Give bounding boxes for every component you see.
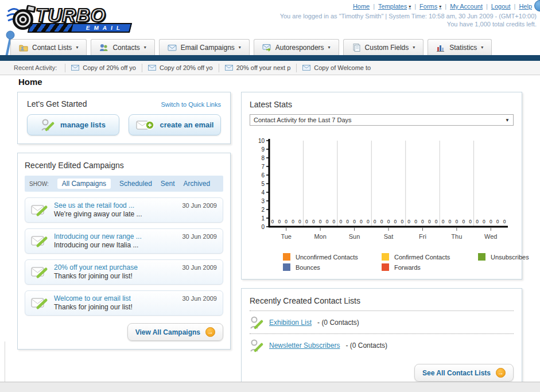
contact-list-item: Newsletter Subscribers - (0 Contacts) [250,334,514,356]
campaign-subtitle: Thanks for joining our list! [54,272,138,280]
svg-text:0: 0 [319,219,322,224]
chevron-down-icon: ▾ [439,4,441,9]
svg-text:0: 0 [360,219,363,224]
main-nav-tabbar: Contact Lists ▾ Contacts ▾ Email Campaig… [10,39,492,55]
recently-edited-campaigns-panel: Recently Edited Campaigns SHOW: All Camp… [17,153,231,350]
campaign-row[interactable]: Welcome to our email list Thanks for joi… [25,290,223,316]
svg-text:0: 0 [312,219,315,224]
chevron-down-icon: ▾ [481,45,483,50]
right-column: Latest Stats Contact Activity for the La… [241,92,522,392]
recent-activity-text: Copy of 20% off yo [83,64,136,71]
nav-help-link[interactable]: Help [519,3,532,10]
recent-activity-item[interactable]: 20% off your next p [219,64,297,72]
envelope-plus-icon [136,119,154,131]
legend-label: Unconfirmed Contacts [296,254,358,261]
contact-list-link[interactable]: Newsletter Subscribers [269,341,340,350]
chart-canvas: 01234567891000000Tue00000Mon00000Sun0000… [250,135,512,249]
chevron-down-icon: ▾ [409,4,411,9]
tab-contacts[interactable]: Contacts ▾ [91,39,154,55]
turbo-email-logo[interactable]: TURBO EMAIL [6,3,143,36]
campaign-title-link[interactable]: Welcome to our email list [54,294,133,302]
switch-to-quick-links[interactable]: Switch to Quick Links [161,101,221,108]
filter-sent[interactable]: Sent [161,180,175,188]
nav-separator: | [414,3,416,10]
svg-text:0: 0 [333,219,336,224]
campaign-subtitle: Thanks for joining our list! [54,303,133,311]
tab-contact-lists[interactable]: Contact Lists ▾ [10,39,87,55]
nav-templates-link[interactable]: Templates▾ [378,3,411,10]
tab-label: Contact Lists [32,44,72,52]
legend-label: Forwards [394,264,421,271]
svg-text:0: 0 [387,219,390,224]
svg-text:0: 0 [469,219,472,224]
envelope-icon [225,65,233,71]
nav-logout-link[interactable]: Logout [491,3,511,10]
chevron-down-icon: ▾ [328,45,331,50]
nav-home-link[interactable]: Home [353,3,370,10]
arrow-circle-icon: → [205,327,215,337]
campaign-row[interactable]: See us at the retail food ... We're givi… [25,197,223,223]
campaign-title-link[interactable]: Introducing our new range ... [54,232,142,240]
chevron-down-icon: ▾ [76,45,78,50]
svg-text:0: 0 [285,219,288,224]
recent-activity-item[interactable]: Copy of 20% off yo [65,64,142,72]
view-all-campaigns-button[interactable]: View All Campaigns → [127,323,223,341]
envelope-pencil-icon [31,234,48,248]
recent-activity-text: Copy of 20% off yo [160,64,213,71]
brand-banner: EMAIL [28,23,132,33]
nav-forms-link[interactable]: Forms▾ [419,3,441,10]
svg-text:Tue: Tue [281,233,292,240]
svg-text:6: 6 [261,172,265,178]
create-email-button[interactable]: create an email [129,114,221,135]
person-pencil-icon [250,315,263,330]
legend-swatch-icon [382,263,389,271]
tab-label: Contacts [112,44,139,52]
campaign-row[interactable]: 20% off your next purchase Thanks for jo… [25,259,223,285]
svg-text:Fri: Fri [419,233,426,240]
arrow-circle-icon: → [496,368,506,378]
svg-text:0: 0 [421,219,424,224]
filter-all-campaigns[interactable]: All Campaigns [57,178,111,189]
recent-activity-item[interactable]: Copy of Welcome to [296,64,376,72]
svg-text:8: 8 [261,155,265,161]
person-pencil-icon [250,338,263,353]
svg-text:Mon: Mon [314,233,326,240]
recent-activity-bar: Recent Activity: Copy of 20% off yo Copy… [0,61,540,75]
tab-label: Custom Fields [365,44,409,52]
see-all-contact-lists-button[interactable]: See All Contact Lists → [414,364,514,382]
nav-separator: | [445,3,446,10]
tab-statistics[interactable]: Statistics ▾ [428,39,492,55]
latest-stats-panel: Latest Stats Contact Activity for the La… [241,92,522,280]
legend-swatch-icon [382,253,389,261]
campaign-date: 30 Jun 2009 [182,202,217,209]
svg-text:Wed: Wed [484,233,497,240]
campaign-subtitle: Introducing our new Italia ... [54,241,142,249]
svg-text:0: 0 [339,219,342,224]
campaign-row[interactable]: Introducing our new range ... Introducin… [25,228,223,254]
tab-custom-fields[interactable]: Custom Fields ▾ [343,39,424,55]
manage-lists-label: manage lists [60,121,106,129]
contact-list-link[interactable]: Exhibition List [269,319,312,327]
legend-swatch-icon [283,263,290,271]
tab-autoresponders[interactable]: Autoresponders ▾ [254,39,339,55]
stats-report-select[interactable]: Contact Activity for the Last 7 Days ▼ [250,114,514,126]
svg-text:0: 0 [414,219,417,224]
see-all-contact-lists-label: See All Contact Lists [422,369,491,377]
svg-text:0: 0 [261,224,265,230]
login-info: You are logged in as "Timothy Smith" | S… [280,13,537,20]
filter-archived[interactable]: Archived [184,180,211,188]
svg-text:0: 0 [298,219,301,224]
svg-text:Sat: Sat [384,233,394,240]
manage-lists-button[interactable]: manage lists [27,114,119,135]
filter-scheduled[interactable]: Scheduled [119,180,152,188]
recent-activity-item[interactable]: Copy of 20% off yo [142,64,219,72]
tab-email-campaigns[interactable]: Email Campaigns ▾ [159,39,250,55]
nav-my-account-link[interactable]: My Account [450,3,483,10]
svg-text:2: 2 [261,207,265,213]
campaign-title-link[interactable]: See us at the retail food ... [54,201,142,209]
svg-text:7: 7 [261,164,265,170]
svg-text:3: 3 [261,198,265,204]
svg-text:0: 0 [292,219,294,224]
campaign-title-link[interactable]: 20% off your next purchase [54,263,138,271]
help-bubble-icon[interactable] [534,0,540,11]
